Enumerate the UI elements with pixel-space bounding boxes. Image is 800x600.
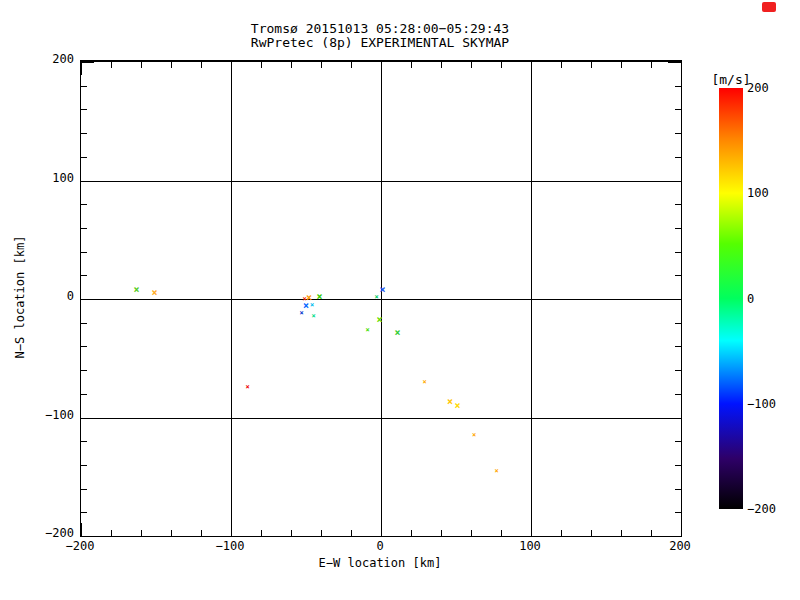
y-axis-tick xyxy=(675,489,681,490)
x-axis-tick xyxy=(441,62,442,68)
x-axis-tick xyxy=(591,62,592,68)
data-point-marker: × xyxy=(303,301,309,311)
x-axis-tick xyxy=(291,62,292,68)
colorbar-tick-label: 0 xyxy=(747,293,754,306)
y-axis-tick xyxy=(81,465,87,466)
y-axis-tick xyxy=(81,228,87,229)
x-axis-tick xyxy=(561,530,562,536)
data-point-marker: × xyxy=(311,312,315,319)
data-point-marker: × xyxy=(472,432,476,439)
grid-line-horizontal xyxy=(81,418,681,419)
y-tick-label: 200 xyxy=(0,53,74,66)
x-axis-tick xyxy=(81,62,82,75)
y-axis-tick xyxy=(81,394,87,395)
x-axis-tick xyxy=(111,530,112,536)
y-axis-tick xyxy=(675,465,681,466)
colorbar-tick-label: 100 xyxy=(747,187,769,200)
x-axis-tick xyxy=(471,62,472,68)
y-axis-tick xyxy=(81,346,87,347)
y-axis-tick xyxy=(668,536,681,537)
y-axis-tick xyxy=(675,370,681,371)
data-point-marker: × xyxy=(422,378,426,385)
x-axis-tick xyxy=(651,62,652,68)
x-axis-tick xyxy=(501,530,502,536)
data-point-marker: × xyxy=(374,293,378,300)
x-axis-tick xyxy=(81,523,82,536)
colorbar-tick-label: 200 xyxy=(747,82,769,95)
x-axis-tick xyxy=(531,62,532,75)
y-axis-tick xyxy=(81,489,87,490)
x-axis-tick xyxy=(201,62,202,68)
data-point-marker: × xyxy=(376,315,382,325)
x-tick-label: −100 xyxy=(216,540,245,553)
x-axis-tick xyxy=(171,530,172,536)
y-axis-tick xyxy=(668,62,681,63)
y-axis-tick xyxy=(675,323,681,324)
y-axis-tick xyxy=(668,299,681,300)
x-tick-label: 0 xyxy=(376,540,383,553)
data-point-marker: × xyxy=(151,288,157,298)
x-axis-tick xyxy=(621,530,622,536)
colorbar-tick-label: −200 xyxy=(747,503,776,516)
x-axis-tick xyxy=(681,62,682,75)
y-axis-tick xyxy=(668,418,681,419)
y-axis-tick xyxy=(81,133,87,134)
x-axis-tick xyxy=(411,62,412,68)
x-axis-tick xyxy=(171,62,172,68)
chart-subtitle: RwPretec (8p) EXPERIMENTAL SKYMAP xyxy=(80,36,680,50)
data-point-marker: × xyxy=(394,328,400,338)
y-axis-tick xyxy=(81,204,87,205)
y-tick-label: −200 xyxy=(0,527,74,540)
x-axis-tick xyxy=(411,530,412,536)
x-axis-tick xyxy=(141,530,142,536)
data-point-marker: × xyxy=(365,326,369,333)
x-axis-tick xyxy=(441,530,442,536)
x-axis-tick xyxy=(621,62,622,68)
x-axis-tick xyxy=(351,62,352,68)
colorbar-tick-label: −100 xyxy=(747,398,776,411)
y-axis-tick xyxy=(675,109,681,110)
skymap-window: Tromsø 20151013 05:28:00−05:29:43 RwPret… xyxy=(0,0,800,600)
y-axis-tick xyxy=(81,86,87,87)
plot-area: ×××××××××××××××××××× xyxy=(80,60,682,537)
y-axis-tick xyxy=(81,299,94,300)
x-axis-label: E−W location [km] xyxy=(80,556,680,570)
data-point-marker: × xyxy=(379,285,385,295)
y-axis-tick xyxy=(675,441,681,442)
x-axis-tick xyxy=(381,62,382,75)
y-axis-tick xyxy=(81,157,87,158)
x-axis-tick xyxy=(261,62,262,68)
data-point-marker: × xyxy=(133,285,139,295)
x-tick-label: 100 xyxy=(519,540,541,553)
y-axis-tick xyxy=(81,370,87,371)
grid-line-horizontal xyxy=(81,181,681,182)
y-axis-tick xyxy=(668,181,681,182)
x-axis-tick xyxy=(141,62,142,68)
y-axis-tick xyxy=(81,536,94,537)
grid-line-horizontal xyxy=(81,299,681,300)
y-axis-tick xyxy=(675,252,681,253)
y-axis-tick xyxy=(81,441,87,442)
colorbar xyxy=(719,88,743,509)
y-axis-tick xyxy=(675,86,681,87)
window-red-indicator xyxy=(762,2,776,12)
data-point-marker: × xyxy=(494,467,498,474)
x-axis-tick xyxy=(261,530,262,536)
x-axis-tick xyxy=(591,530,592,536)
x-axis-tick xyxy=(651,530,652,536)
y-axis-tick xyxy=(81,109,87,110)
data-point-marker: × xyxy=(454,401,460,411)
y-axis-tick xyxy=(81,252,87,253)
x-axis-tick xyxy=(321,530,322,536)
x-axis-tick xyxy=(321,62,322,68)
y-axis-tick xyxy=(81,62,94,63)
y-axis-tick xyxy=(675,157,681,158)
y-axis-tick xyxy=(81,181,94,182)
y-tick-label: 100 xyxy=(0,172,74,185)
data-point-marker: × xyxy=(299,310,303,317)
y-axis-tick xyxy=(675,512,681,513)
x-tick-label: −200 xyxy=(66,540,95,553)
x-axis-tick xyxy=(471,530,472,536)
y-axis-tick xyxy=(675,394,681,395)
x-axis-tick xyxy=(201,530,202,536)
